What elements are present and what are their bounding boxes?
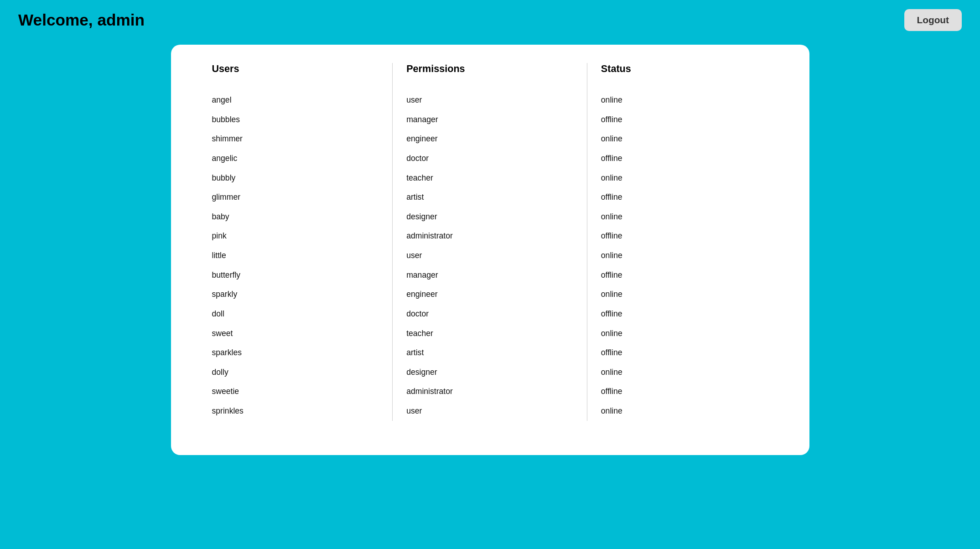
main-container: Users angelbubblesshimmerangelicbubblygl… bbox=[171, 45, 809, 455]
users-column: Users angelbubblesshimmerangelicbubblygl… bbox=[198, 63, 393, 421]
status-badge: offline bbox=[601, 226, 768, 246]
list-item: doctor bbox=[406, 304, 573, 324]
list-item: sweet bbox=[212, 324, 379, 343]
status-badge: offline bbox=[601, 382, 768, 401]
status-badge: online bbox=[601, 168, 768, 188]
permissions-list: usermanagerengineerdoctorteacherartistde… bbox=[406, 90, 573, 421]
list-item: user bbox=[406, 246, 573, 265]
list-item: artist bbox=[406, 187, 573, 207]
list-item: administrator bbox=[406, 382, 573, 401]
list-item: angel bbox=[212, 90, 379, 110]
list-item: teacher bbox=[406, 168, 573, 188]
status-badge: online bbox=[601, 324, 768, 343]
logout-button[interactable]: Logout bbox=[904, 9, 962, 31]
list-item: butterfly bbox=[212, 265, 379, 285]
status-badge: online bbox=[601, 401, 768, 421]
list-item: sparkly bbox=[212, 285, 379, 304]
header: Welcome, admin Logout bbox=[0, 0, 980, 40]
list-item: engineer bbox=[406, 285, 573, 304]
list-item: little bbox=[212, 246, 379, 265]
list-item: engineer bbox=[406, 129, 573, 149]
permissions-column-header: Permissions bbox=[406, 63, 573, 79]
status-badge: online bbox=[601, 207, 768, 227]
list-item: angelic bbox=[212, 149, 379, 168]
status-badge: online bbox=[601, 285, 768, 304]
list-item: user bbox=[406, 90, 573, 110]
status-badge: offline bbox=[601, 110, 768, 129]
list-item: doll bbox=[212, 304, 379, 324]
users-column-header: Users bbox=[212, 63, 379, 79]
list-item: designer bbox=[406, 207, 573, 227]
users-list: angelbubblesshimmerangelicbubblyglimmerb… bbox=[212, 90, 379, 421]
list-item: manager bbox=[406, 110, 573, 129]
list-item: artist bbox=[406, 343, 573, 363]
status-badge: offline bbox=[601, 304, 768, 324]
status-column-header: Status bbox=[601, 63, 768, 79]
list-item: doctor bbox=[406, 149, 573, 168]
list-item: sweetie bbox=[212, 382, 379, 401]
list-item: designer bbox=[406, 363, 573, 382]
status-badge: online bbox=[601, 246, 768, 265]
list-item: administrator bbox=[406, 226, 573, 246]
status-badge: offline bbox=[601, 265, 768, 285]
status-column: Status onlineofflineonlineofflineonlineo… bbox=[587, 63, 782, 421]
page-title: Welcome, admin bbox=[18, 11, 145, 29]
list-item: user bbox=[406, 401, 573, 421]
list-item: glimmer bbox=[212, 187, 379, 207]
status-badge: offline bbox=[601, 187, 768, 207]
status-list: onlineofflineonlineofflineonlineofflineo… bbox=[601, 90, 768, 421]
list-item: dolly bbox=[212, 363, 379, 382]
list-item: sparkles bbox=[212, 343, 379, 363]
permissions-column: Permissions usermanagerengineerdoctortea… bbox=[393, 63, 587, 421]
list-item: bubbly bbox=[212, 168, 379, 188]
status-badge: online bbox=[601, 129, 768, 149]
status-badge: online bbox=[601, 363, 768, 382]
list-item: teacher bbox=[406, 324, 573, 343]
list-item: sprinkles bbox=[212, 401, 379, 421]
list-item: bubbles bbox=[212, 110, 379, 129]
status-badge: offline bbox=[601, 149, 768, 168]
status-badge: offline bbox=[601, 343, 768, 363]
status-badge: online bbox=[601, 90, 768, 110]
list-item: pink bbox=[212, 226, 379, 246]
list-item: manager bbox=[406, 265, 573, 285]
list-item: shimmer bbox=[212, 129, 379, 149]
table-layout: Users angelbubblesshimmerangelicbubblygl… bbox=[198, 63, 782, 421]
list-item: baby bbox=[212, 207, 379, 227]
